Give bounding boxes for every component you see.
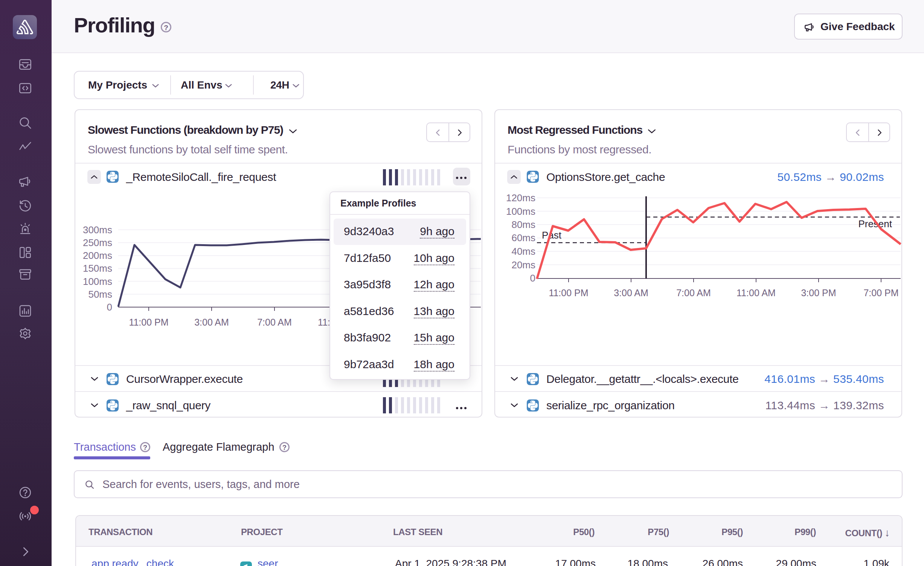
svg-text:7:00 AM: 7:00 AM — [676, 288, 711, 298]
svg-text:120ms: 120ms — [506, 192, 535, 203]
svg-text:300ms: 300ms — [83, 224, 112, 236]
svg-text:200ms: 200ms — [83, 250, 112, 261]
svg-text:7:00 PM: 7:00 PM — [863, 288, 898, 298]
svg-text:100ms: 100ms — [506, 206, 535, 217]
svg-text:3:00 PM: 3:00 PM — [801, 288, 836, 298]
svg-text:60ms: 60ms — [511, 232, 535, 243]
svg-text:80ms: 80ms — [511, 219, 535, 230]
svg-text:7:00 AM: 7:00 AM — [257, 317, 292, 327]
svg-text:3:00 AM: 3:00 AM — [614, 288, 648, 298]
svg-text:150ms: 150ms — [83, 263, 112, 274]
svg-text:100ms: 100ms — [83, 276, 112, 287]
svg-text:11:00 PM: 11:00 PM — [549, 288, 588, 298]
svg-text:50ms: 50ms — [88, 289, 112, 300]
svg-text:40ms: 40ms — [511, 246, 535, 257]
svg-text:0: 0 — [107, 301, 112, 313]
svg-text:11:00 AM: 11:00 AM — [736, 288, 776, 298]
svg-text:11:00 PM: 11:00 PM — [129, 317, 168, 327]
svg-text:20ms: 20ms — [511, 259, 535, 271]
svg-text:3:00 AM: 3:00 AM — [194, 317, 229, 327]
svg-text:0: 0 — [530, 272, 535, 284]
svg-text:250ms: 250ms — [83, 237, 112, 248]
